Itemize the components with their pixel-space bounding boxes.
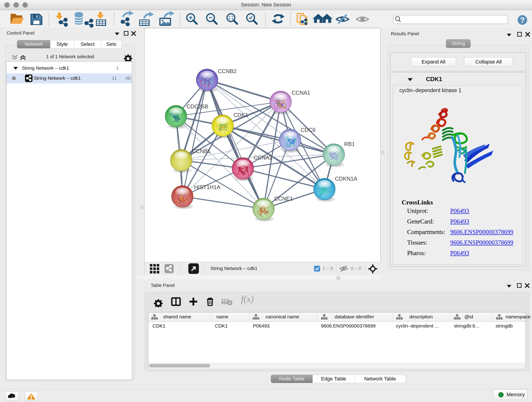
svg-text:RB1: RB1 (344, 141, 355, 147)
svg-text:CDC25B: CDC25B (186, 103, 208, 109)
svg-text:CCNE1: CCNE1 (274, 196, 293, 202)
svg-text:HIST1H1A: HIST1H1A (194, 184, 220, 190)
svg-text:?: ? (520, 16, 525, 24)
svg-text:CDC6: CDC6 (301, 127, 316, 133)
svg-text:CDK1: CDK1 (234, 112, 248, 118)
svg-text:CDKN1A: CDKN1A (335, 176, 357, 182)
svg-text:CCNA2: CCNA2 (254, 154, 272, 161)
svg-text:CCNA1: CCNA1 (292, 89, 310, 96)
svg-text:CCNB1: CCNB1 (192, 148, 210, 154)
svg-text:CCNB2: CCNB2 (218, 68, 236, 74)
